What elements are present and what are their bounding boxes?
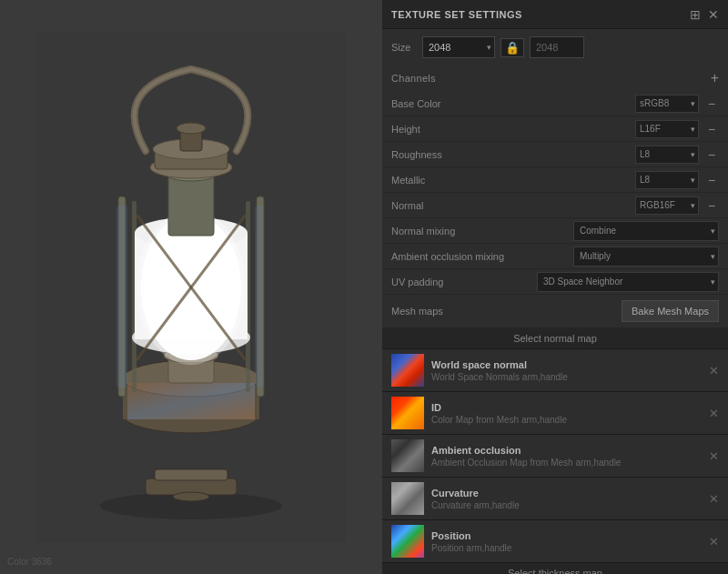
map-item-id: ID Color Map from Mesh arm,handle ✕ xyxy=(382,392,728,435)
channel-row-normal: Normal RGB16F RGB8 sRGB8 − xyxy=(382,193,728,218)
lock-icon[interactable]: 🔒 xyxy=(500,38,524,57)
viewport-panel: Color 3636 xyxy=(0,0,382,574)
map-name-pos: Position xyxy=(431,530,702,541)
bake-mesh-maps-button[interactable]: Bake Mesh Maps xyxy=(622,300,719,322)
size-select[interactable]: 2048 512 1024 4096 xyxy=(422,36,495,58)
remove-roughness-button[interactable]: − xyxy=(704,147,719,162)
base-color-format-wrapper[interactable]: sRGB8 RGB8 RGB16F xyxy=(635,95,699,113)
channel-row-base-color: Base Color sRGB8 RGB8 RGB16F − xyxy=(382,91,728,116)
map-thumbnail-ao xyxy=(391,439,424,472)
svg-point-30 xyxy=(173,492,209,501)
lantern-display xyxy=(18,24,364,551)
ao-mixing-row: Ambient occlusion mixing Multiply Add Re… xyxy=(382,244,728,269)
metallic-format-wrapper[interactable]: L8 L16F L32F xyxy=(635,171,699,189)
size-locked-input[interactable] xyxy=(530,36,584,58)
map-desc-curv: Curvature arm,handle xyxy=(431,500,702,510)
map-info-curv: Curvature Curvature arm,handle xyxy=(431,488,702,510)
channel-name-normal: Normal xyxy=(391,200,630,211)
map-name-wsn: World space normal xyxy=(431,359,702,370)
normal-mixing-select[interactable]: Combine Replace Add xyxy=(573,221,719,241)
channel-row-metallic: Metallic L8 L16F L32F − xyxy=(382,167,728,193)
ao-mixing-select[interactable]: Multiply Add Replace xyxy=(573,247,719,267)
map-desc-wsn: World Space Normals arm,handle xyxy=(431,372,702,382)
map-item-wsn: World space normal World Space Normals a… xyxy=(382,349,728,392)
map-name-ao: Ambient occlusion xyxy=(431,445,702,456)
map-thumbnail-curv xyxy=(391,482,424,515)
header-icons: ⊞ ✕ xyxy=(690,8,719,21)
remove-height-button[interactable]: − xyxy=(704,122,719,136)
svg-rect-3 xyxy=(155,469,228,480)
roughness-format-select[interactable]: L8 L16F L32F xyxy=(635,146,699,164)
map-info-ao: Ambient occlusion Ambient Occlusion Map … xyxy=(431,445,702,468)
svg-point-27 xyxy=(177,123,206,134)
remove-normal-button[interactable]: − xyxy=(704,198,719,213)
map-item-ao: Ambient occlusion Ambient Occlusion Map … xyxy=(382,435,728,478)
remove-base-color-button[interactable]: − xyxy=(704,96,719,111)
svg-rect-7 xyxy=(127,383,255,419)
map-item-pos: Position Position arm,handle ✕ xyxy=(382,520,728,563)
map-thumbnail-wsn xyxy=(391,354,424,387)
height-format-select[interactable]: L16F L8 L32F xyxy=(635,120,699,138)
map-info-id: ID Color Map from Mesh arm,handle xyxy=(431,402,702,425)
remove-metallic-button[interactable]: − xyxy=(704,173,719,187)
size-row: Size 2048 512 1024 4096 🔒 xyxy=(382,29,728,65)
normal-format-select[interactable]: RGB16F RGB8 sRGB8 xyxy=(635,196,699,215)
svg-rect-28 xyxy=(116,206,127,388)
roughness-format-wrapper[interactable]: L8 L16F L32F xyxy=(635,146,699,164)
map-item-curv: Curvature Curvature arm,handle ✕ xyxy=(382,478,728,520)
uv-padding-select-wrapper[interactable]: 3D Space Neighbor Transparent Fixed Colo… xyxy=(537,272,719,292)
channel-row-roughness: Roughness L8 L16F L32F − xyxy=(382,142,728,167)
remove-curv-button[interactable]: ✕ xyxy=(709,492,719,506)
normal-mixing-row: Normal mixing Combine Replace Add xyxy=(382,218,728,244)
size-select-wrapper[interactable]: 2048 512 1024 4096 xyxy=(422,36,495,58)
map-info-pos: Position Position arm,handle xyxy=(431,530,702,553)
height-format-wrapper[interactable]: L16F L8 L32F xyxy=(635,120,699,138)
size-label: Size xyxy=(391,42,417,53)
uv-padding-row: UV padding 3D Space Neighbor Transparent… xyxy=(382,269,728,295)
base-color-format-select[interactable]: sRGB8 RGB8 RGB16F xyxy=(635,95,699,113)
add-channel-button[interactable]: + xyxy=(711,71,719,86)
map-name-curv: Curvature xyxy=(431,488,702,498)
panel-title: TEXTURE SET SETTINGS xyxy=(391,9,522,20)
select-thickness-map-button[interactable]: Select thickness map xyxy=(382,563,728,574)
map-desc-pos: Position arm,handle xyxy=(431,543,702,553)
channel-name-roughness: Roughness xyxy=(391,149,630,160)
grid-icon[interactable]: ⊞ xyxy=(690,8,701,21)
channel-name-metallic: Metallic xyxy=(391,175,630,186)
metallic-format-select[interactable]: L8 L16F L32F xyxy=(635,171,699,189)
channel-row-height: Height L16F L8 L32F − xyxy=(382,116,728,142)
panel-header: TEXTURE SET SETTINGS ⊞ ✕ xyxy=(382,0,728,29)
channels-title: Channels xyxy=(391,73,436,84)
remove-pos-button[interactable]: ✕ xyxy=(709,535,719,549)
svg-rect-29 xyxy=(255,206,264,388)
uv-padding-select[interactable]: 3D Space Neighbor Transparent Fixed Colo… xyxy=(537,272,719,292)
channel-name-base-color: Base Color xyxy=(391,98,630,109)
watermark: Color 3636 xyxy=(7,557,52,567)
map-desc-ao: Ambient Occlusion Map from Mesh arm,hand… xyxy=(431,458,702,468)
remove-id-button[interactable]: ✕ xyxy=(709,407,719,420)
ao-mixing-select-wrapper[interactable]: Multiply Add Replace xyxy=(573,247,719,267)
map-name-id: ID xyxy=(431,402,702,413)
channels-header: Channels + xyxy=(382,65,728,91)
mesh-maps-row: Mesh maps Bake Mesh Maps xyxy=(382,295,728,328)
map-info-wsn: World space normal World Space Normals a… xyxy=(431,359,702,382)
close-icon[interactable]: ✕ xyxy=(708,8,719,21)
mesh-maps-label: Mesh maps xyxy=(391,306,616,317)
map-thumbnail-pos xyxy=(391,525,424,558)
normal-mixing-select-wrapper[interactable]: Combine Replace Add xyxy=(573,221,719,241)
remove-wsn-button[interactable]: ✕ xyxy=(709,364,719,378)
ao-mixing-label: Ambient occlusion mixing xyxy=(391,251,568,262)
texture-set-settings-panel: TEXTURE SET SETTINGS ⊞ ✕ Size 2048 512 1… xyxy=(382,0,728,574)
channel-name-height: Height xyxy=(391,124,630,135)
remove-ao-button[interactable]: ✕ xyxy=(709,449,719,463)
svg-rect-21 xyxy=(168,174,214,236)
normal-format-wrapper[interactable]: RGB16F RGB8 sRGB8 xyxy=(635,196,699,215)
select-normal-map-button[interactable]: Select normal map xyxy=(382,328,728,349)
map-desc-id: Color Map from Mesh arm,handle xyxy=(431,415,702,425)
map-thumbnail-id xyxy=(391,397,424,429)
normal-mixing-label: Normal mixing xyxy=(391,226,568,237)
uv-padding-label: UV padding xyxy=(391,277,531,287)
